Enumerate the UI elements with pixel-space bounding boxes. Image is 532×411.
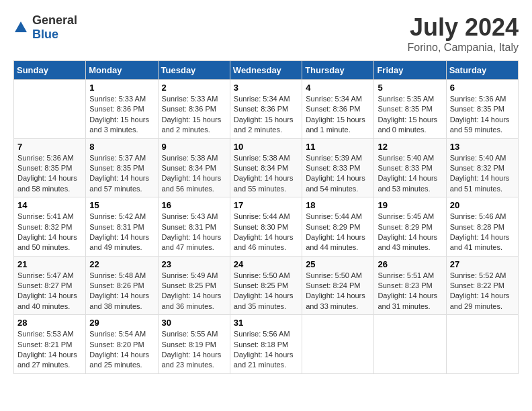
day-info: Sunrise: 5:52 AMSunset: 8:22 PMDaylight:… (450, 271, 515, 312)
table-row: 14Sunrise: 5:41 AMSunset: 8:32 PMDayligh… (14, 197, 86, 257)
day-number: 22 (89, 259, 154, 269)
col-wednesday: Wednesday (230, 61, 302, 80)
day-number: 13 (450, 142, 515, 152)
calendar-table: Sunday Monday Tuesday Wednesday Thursday… (13, 60, 519, 374)
table-row: 7Sunrise: 5:36 AMSunset: 8:35 PMDaylight… (14, 138, 86, 197)
calendar-header-row: Sunday Monday Tuesday Wednesday Thursday… (14, 61, 519, 80)
day-number: 31 (234, 318, 298, 328)
day-number: 12 (378, 142, 442, 152)
day-info: Sunrise: 5:47 AMSunset: 8:27 PMDaylight:… (17, 271, 82, 312)
calendar-week-row: 7Sunrise: 5:36 AMSunset: 8:35 PMDaylight… (14, 138, 519, 197)
table-row: 18Sunrise: 5:44 AMSunset: 8:29 PMDayligh… (302, 197, 374, 257)
day-info: Sunrise: 5:38 AMSunset: 8:34 PMDaylight:… (234, 153, 298, 195)
day-info: Sunrise: 5:33 AMSunset: 8:36 PMDaylight:… (89, 94, 154, 136)
day-info: Sunrise: 5:46 AMSunset: 8:28 PMDaylight:… (450, 212, 515, 253)
day-info: Sunrise: 5:41 AMSunset: 8:32 PMDaylight:… (17, 212, 82, 253)
day-info: Sunrise: 5:34 AMSunset: 8:36 PMDaylight:… (306, 94, 370, 136)
day-number: 26 (378, 259, 442, 269)
day-number: 19 (378, 200, 442, 210)
table-row: 8Sunrise: 5:37 AMSunset: 8:35 PMDaylight… (86, 138, 158, 197)
day-number: 20 (450, 200, 515, 210)
table-row: 2Sunrise: 5:33 AMSunset: 8:36 PMDaylight… (158, 80, 230, 139)
day-number: 8 (89, 142, 154, 152)
table-row: 3Sunrise: 5:34 AMSunset: 8:36 PMDaylight… (230, 80, 302, 139)
day-info: Sunrise: 5:39 AMSunset: 8:33 PMDaylight:… (306, 153, 370, 195)
table-row: 31Sunrise: 5:56 AMSunset: 8:18 PMDayligh… (230, 315, 302, 374)
day-info: Sunrise: 5:34 AMSunset: 8:36 PMDaylight:… (234, 94, 298, 136)
logo-blue: Blue (32, 28, 58, 41)
calendar-week-row: 28Sunrise: 5:53 AMSunset: 8:21 PMDayligh… (14, 315, 519, 374)
table-row: 6Sunrise: 5:36 AMSunset: 8:35 PMDaylight… (446, 80, 518, 139)
col-friday: Friday (374, 61, 446, 80)
day-number: 2 (162, 83, 226, 93)
table-row: 9Sunrise: 5:38 AMSunset: 8:34 PMDaylight… (158, 138, 230, 197)
calendar-week-row: 21Sunrise: 5:47 AMSunset: 8:27 PMDayligh… (14, 256, 519, 315)
svg-marker-0 (15, 21, 27, 32)
table-row: 24Sunrise: 5:50 AMSunset: 8:25 PMDayligh… (230, 256, 302, 315)
day-number: 16 (162, 200, 226, 210)
day-info: Sunrise: 5:43 AMSunset: 8:31 PMDaylight:… (162, 212, 226, 253)
table-row: 12Sunrise: 5:40 AMSunset: 8:33 PMDayligh… (374, 138, 446, 197)
table-row: 5Sunrise: 5:35 AMSunset: 8:35 PMDaylight… (374, 80, 446, 139)
day-info: Sunrise: 5:37 AMSunset: 8:35 PMDaylight:… (89, 153, 154, 195)
logo-icon (13, 20, 28, 35)
day-number: 5 (378, 83, 442, 93)
day-info: Sunrise: 5:56 AMSunset: 8:18 PMDaylight:… (234, 329, 298, 371)
calendar-week-row: 1Sunrise: 5:33 AMSunset: 8:36 PMDaylight… (14, 80, 519, 139)
table-row: 23Sunrise: 5:49 AMSunset: 8:25 PMDayligh… (158, 256, 230, 315)
day-info: Sunrise: 5:35 AMSunset: 8:35 PMDaylight:… (378, 94, 442, 136)
day-info: Sunrise: 5:40 AMSunset: 8:32 PMDaylight:… (450, 153, 515, 195)
day-number: 15 (89, 200, 154, 210)
month-year: July 2024 (408, 13, 519, 42)
col-thursday: Thursday (302, 61, 374, 80)
day-info: Sunrise: 5:55 AMSunset: 8:19 PMDaylight:… (162, 329, 226, 371)
table-row: 17Sunrise: 5:44 AMSunset: 8:30 PMDayligh… (230, 197, 302, 257)
day-info: Sunrise: 5:36 AMSunset: 8:35 PMDaylight:… (17, 153, 82, 195)
day-info: Sunrise: 5:45 AMSunset: 8:29 PMDaylight:… (378, 212, 442, 253)
table-row: 19Sunrise: 5:45 AMSunset: 8:29 PMDayligh… (374, 197, 446, 257)
col-saturday: Saturday (446, 61, 518, 80)
day-number: 27 (450, 259, 515, 269)
title-block: July 2024 Forino, Campania, Italy (408, 13, 519, 54)
col-monday: Monday (86, 61, 158, 80)
day-number: 29 (89, 318, 154, 328)
page-header: General Blue July 2024 Forino, Campania,… (13, 13, 519, 54)
table-row: 21Sunrise: 5:47 AMSunset: 8:27 PMDayligh… (14, 256, 86, 315)
day-number: 17 (234, 200, 298, 210)
table-row: 30Sunrise: 5:55 AMSunset: 8:19 PMDayligh… (158, 315, 230, 374)
day-info: Sunrise: 5:51 AMSunset: 8:23 PMDaylight:… (378, 271, 442, 312)
day-info: Sunrise: 5:48 AMSunset: 8:26 PMDaylight:… (89, 271, 154, 312)
calendar-week-row: 14Sunrise: 5:41 AMSunset: 8:32 PMDayligh… (14, 197, 519, 257)
day-number: 10 (234, 142, 298, 152)
table-row (302, 315, 374, 374)
day-info: Sunrise: 5:44 AMSunset: 8:29 PMDaylight:… (306, 212, 370, 253)
day-number: 21 (17, 259, 82, 269)
day-number: 28 (17, 318, 82, 328)
table-row: 1Sunrise: 5:33 AMSunset: 8:36 PMDaylight… (86, 80, 158, 139)
day-info: Sunrise: 5:33 AMSunset: 8:36 PMDaylight:… (162, 94, 226, 136)
day-info: Sunrise: 5:42 AMSunset: 8:31 PMDaylight:… (89, 212, 154, 253)
table-row: 26Sunrise: 5:51 AMSunset: 8:23 PMDayligh… (374, 256, 446, 315)
day-number: 7 (17, 142, 82, 152)
location: Forino, Campania, Italy (408, 42, 519, 54)
day-info: Sunrise: 5:44 AMSunset: 8:30 PMDaylight:… (234, 212, 298, 253)
table-row: 16Sunrise: 5:43 AMSunset: 8:31 PMDayligh… (158, 197, 230, 257)
table-row: 15Sunrise: 5:42 AMSunset: 8:31 PMDayligh… (86, 197, 158, 257)
day-info: Sunrise: 5:50 AMSunset: 8:25 PMDaylight:… (234, 271, 298, 312)
day-info: Sunrise: 5:49 AMSunset: 8:25 PMDaylight:… (162, 271, 226, 312)
col-sunday: Sunday (14, 61, 86, 80)
day-number: 4 (306, 83, 370, 93)
day-info: Sunrise: 5:36 AMSunset: 8:35 PMDaylight:… (450, 94, 515, 136)
day-number: 14 (17, 200, 82, 210)
day-number: 25 (306, 259, 370, 269)
table-row: 27Sunrise: 5:52 AMSunset: 8:22 PMDayligh… (446, 256, 518, 315)
table-row (14, 80, 86, 139)
day-number: 6 (450, 83, 515, 93)
day-info: Sunrise: 5:53 AMSunset: 8:21 PMDaylight:… (17, 329, 82, 371)
table-row (374, 315, 446, 374)
table-row: 28Sunrise: 5:53 AMSunset: 8:21 PMDayligh… (14, 315, 86, 374)
day-number: 23 (162, 259, 226, 269)
table-row: 25Sunrise: 5:50 AMSunset: 8:24 PMDayligh… (302, 256, 374, 315)
day-info: Sunrise: 5:40 AMSunset: 8:33 PMDaylight:… (378, 153, 442, 195)
logo-general: General (32, 13, 77, 27)
